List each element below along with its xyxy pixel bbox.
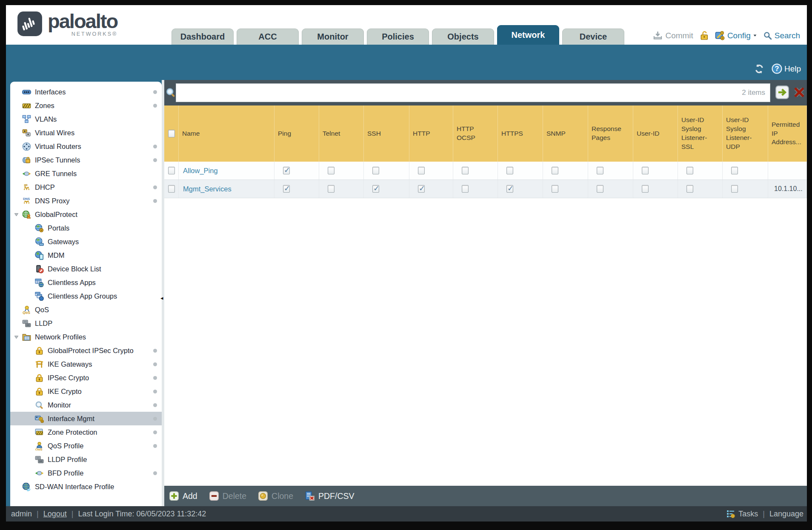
service-checkbox[interactable] <box>283 167 290 174</box>
tab-acc[interactable]: ACC <box>237 28 299 45</box>
expander-icon[interactable] <box>14 212 19 217</box>
service-checkbox[interactable] <box>328 185 335 193</box>
service-checkbox[interactable] <box>686 185 693 193</box>
tab-monitor[interactable]: Monitor <box>302 28 364 45</box>
sidebar-item-virtual-routers[interactable]: Virtual Routers <box>10 140 162 153</box>
tab-policies[interactable]: Policies <box>367 28 429 45</box>
sidebar-item-zones[interactable]: Zones <box>10 99 162 112</box>
apply-filter-button[interactable] <box>775 85 789 99</box>
service-checkbox[interactable] <box>506 167 513 174</box>
help-label[interactable]: Help <box>784 64 801 74</box>
sidebar-item-monitor[interactable]: Monitor <box>10 398 162 412</box>
sidebar-item-interfaces[interactable]: Interfaces <box>10 85 162 99</box>
language-button[interactable]: Language <box>769 510 803 519</box>
column-header-https[interactable]: HTTPS <box>498 105 543 162</box>
column-header-label: SSH <box>367 129 381 138</box>
service-checkbox[interactable] <box>372 167 379 174</box>
sidebar-item-device-block-list[interactable]: Device Block List <box>10 262 162 276</box>
lock-icon[interactable] <box>699 31 709 40</box>
sidebar-item-lldp[interactable]: LLDP <box>10 316 162 330</box>
service-checkbox[interactable] <box>686 167 693 174</box>
pdfcsv-button[interactable]: PDF/CSV <box>305 491 355 501</box>
tasks-button[interactable]: Tasks <box>738 510 758 519</box>
column-header-telnet[interactable]: Telnet <box>319 105 364 162</box>
column-header-ping[interactable]: Ping <box>274 105 319 162</box>
sidebar-item-ipsec-tunnels[interactable]: IPSec Tunnels <box>10 153 162 167</box>
sidebar-item-globalprotect-ipsec-crypto[interactable]: GlobalProtect IPSec Crypto <box>10 344 162 357</box>
sidebar-item-interface-mgmt[interactable]: Interface Mgmt <box>10 412 162 425</box>
row-select-checkbox[interactable] <box>168 185 175 193</box>
sidebar-item-gre-tunnels[interactable]: GRE Tunnels <box>10 167 162 180</box>
column-header-permitted-ip-address[interactable]: Permitted IP Address... <box>768 105 807 162</box>
service-checkbox[interactable] <box>552 167 558 174</box>
service-checkbox[interactable] <box>418 185 425 193</box>
sidebar-item-ike-crypto[interactable]: IKE Crypto <box>10 385 162 398</box>
collapse-sidebar-icon[interactable]: ◂ <box>160 295 163 301</box>
sidebar-item-vlans[interactable]: VLANs <box>10 112 162 126</box>
service-checkbox[interactable] <box>731 167 738 174</box>
profile-link-allow-ping[interactable]: Allow_Ping <box>183 167 218 175</box>
refresh-icon[interactable] <box>754 64 765 74</box>
sidebar-item-qos-profile[interactable]: QoSQoS Profile <box>10 439 162 453</box>
sidebar-item-network-profiles[interactable]: Network Profiles <box>10 330 162 344</box>
service-checkbox[interactable] <box>506 185 513 193</box>
tab-objects[interactable]: Objects <box>432 28 494 45</box>
sidebar-item-dns-proxy[interactable]: DNSDNS Proxy <box>10 194 162 208</box>
sidebar-item-lldp-profile[interactable]: LLDP Profile <box>10 453 162 466</box>
column-header-http-ocsp[interactable]: HTTP OCSP <box>453 105 498 162</box>
service-checkbox[interactable] <box>418 167 425 174</box>
tab-dashboard[interactable]: Dashboard <box>172 28 234 45</box>
service-checkbox[interactable] <box>597 185 603 193</box>
profile-link-mgmt-services[interactable]: Mgmt_Services <box>183 185 232 193</box>
help-icon[interactable]: ? <box>772 63 782 74</box>
sidebar-item-gateways[interactable]: Gateways <box>10 235 162 248</box>
sidebar-item-dhcp[interactable]: IPDHCP <box>10 180 162 194</box>
service-checkbox[interactable] <box>462 167 469 174</box>
filter-input[interactable] <box>176 83 770 102</box>
column-header-http[interactable]: HTTP <box>409 105 453 162</box>
qos-icon: QoS <box>22 305 31 314</box>
sidebar-item-ipsec-crypto[interactable]: IPSec Crypto <box>10 371 162 385</box>
logout-link[interactable]: Logout <box>43 510 67 519</box>
column-header-snmp[interactable]: SNMP <box>543 105 588 162</box>
sidebar-item-virtual-wires[interactable]: Virtual Wires <box>10 126 162 140</box>
service-checkbox[interactable] <box>731 185 738 193</box>
sidebar-item-portals[interactable]: Portals <box>10 221 162 235</box>
sidebar-item-sd-wan-interface-profile[interactable]: SD-WAN Interface Profile <box>10 480 162 493</box>
column-header-user-id-syslog-listener-udp[interactable]: User-ID Syslog Listener-UDP <box>723 105 768 162</box>
delete-button[interactable]: Delete <box>209 491 246 501</box>
tab-network[interactable]: Network <box>497 25 559 45</box>
service-checkbox[interactable] <box>642 185 649 193</box>
service-checkbox[interactable] <box>283 185 290 193</box>
clear-filter-button[interactable] <box>794 87 805 98</box>
column-header-response-pages[interactable]: Response Pages <box>588 105 633 162</box>
clone-button[interactable]: Clone <box>258 491 293 501</box>
sidebar-item-clientless-app-groups[interactable]: Clientless App Groups <box>10 289 162 303</box>
sidebar-item-qos[interactable]: QoSQoS <box>10 303 162 316</box>
service-checkbox[interactable] <box>328 167 335 174</box>
sidebar-item-mdm[interactable]: MDM <box>10 248 162 262</box>
column-header-user-id-syslog-listener-ssl[interactable]: User-ID Syslog Listener-SSL <box>678 105 723 162</box>
service-checkbox[interactable] <box>372 185 379 193</box>
expander-icon[interactable] <box>14 335 19 339</box>
service-checkbox[interactable] <box>462 185 469 193</box>
sidebar-item-ike-gateways[interactable]: IKE Gateways <box>10 357 162 371</box>
select-all-checkbox[interactable] <box>168 130 175 137</box>
sidebar-item-bfd-profile[interactable]: BFD Profile <box>10 466 162 480</box>
sidebar-item-globalprotect[interactable]: GlobalProtect <box>10 208 162 221</box>
caret-down-icon[interactable] <box>752 34 758 37</box>
sidebar-item-zone-protection[interactable]: Zone Protection <box>10 425 162 439</box>
column-header-user-id[interactable]: User-ID <box>633 105 678 162</box>
service-checkbox[interactable] <box>597 167 603 174</box>
add-button[interactable]: Add <box>169 491 197 501</box>
sidebar-item-clientless-apps[interactable]: Clientless Apps <box>10 276 162 289</box>
row-select-checkbox[interactable] <box>168 167 175 174</box>
service-checkbox[interactable] <box>552 185 558 193</box>
commit-button[interactable]: Commit <box>665 31 693 40</box>
tab-device[interactable]: Device <box>562 28 624 45</box>
column-header-ssh[interactable]: SSH <box>364 105 409 162</box>
service-checkbox[interactable] <box>642 167 649 174</box>
search-button[interactable]: Search <box>775 31 800 40</box>
config-button[interactable]: Config <box>727 31 751 40</box>
column-header-name[interactable]: Name <box>179 105 274 162</box>
